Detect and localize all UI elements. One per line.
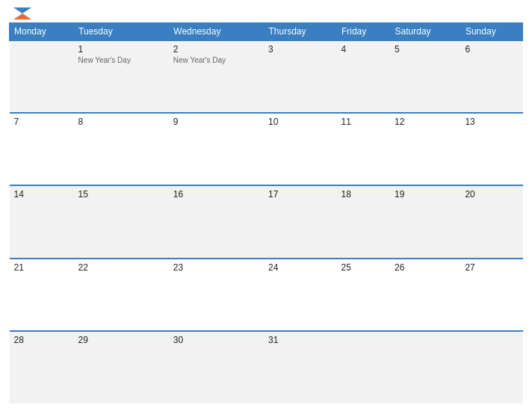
day-number: 26 (395, 262, 456, 273)
day-number: 25 (341, 262, 386, 273)
calendar-header: MondayTuesdayWednesdayThursdayFridaySatu… (10, 23, 523, 41)
day-header-friday: Friday (336, 23, 390, 41)
calendar-week-3: 14151617181920 (10, 185, 523, 258)
day-number: 30 (173, 335, 259, 345)
day-number: 10 (268, 117, 332, 127)
day-number: 1 (78, 44, 164, 55)
day-number: 7 (14, 117, 69, 127)
day-header-wednesday: Wednesday (169, 23, 264, 41)
calendar-cell: 8 (74, 113, 169, 185)
calendar-cell: 15 (74, 185, 169, 258)
calendar-cell: 22 (74, 259, 169, 331)
day-number: 19 (395, 189, 456, 200)
calendar-cell: 25 (336, 259, 390, 331)
day-number: 8 (78, 117, 164, 127)
day-number: 6 (465, 44, 518, 55)
day-number: 4 (341, 44, 386, 55)
day-header-saturday: Saturday (390, 23, 460, 41)
header-row: MondayTuesdayWednesdayThursdayFridaySatu… (10, 23, 523, 41)
day-number: 24 (268, 262, 332, 273)
day-number: 22 (78, 262, 164, 273)
day-header-tuesday: Tuesday (74, 23, 169, 41)
calendar-cell: 24 (264, 259, 336, 331)
calendar-cell: 31 (264, 331, 336, 404)
calendar-cell: 12 (390, 113, 460, 185)
day-number: 5 (395, 44, 456, 55)
calendar-cell: 16 (169, 185, 264, 258)
day-number: 15 (78, 189, 164, 200)
day-number: 16 (173, 189, 259, 200)
holiday-name: New Year's Day (173, 56, 259, 64)
day-number: 27 (465, 262, 518, 273)
day-number: 2 (173, 44, 259, 55)
calendar-cell: 5 (390, 40, 460, 113)
day-header-monday: Monday (10, 23, 74, 41)
day-number: 23 (173, 262, 259, 273)
calendar-cell: 13 (460, 113, 522, 185)
calendar-cell: 26 (390, 259, 460, 331)
day-number: 3 (268, 44, 332, 55)
day-number: 9 (173, 117, 259, 127)
header (9, 7, 523, 19)
calendar-cell: 7 (10, 113, 74, 185)
calendar-cell: 4 (336, 40, 390, 113)
calendar-cell (336, 331, 390, 404)
calendar-cell: 1New Year's Day (74, 40, 169, 113)
day-header-thursday: Thursday (264, 23, 336, 41)
calendar-week-2: 78910111213 (10, 113, 523, 185)
calendar-cell: 11 (336, 113, 390, 185)
calendar-week-1: 1New Year's Day2New Year's Day3456 (10, 40, 523, 113)
calendar-cell: 23 (169, 259, 264, 331)
day-number: 31 (268, 335, 332, 345)
logo (9, 7, 31, 19)
day-number: 20 (465, 189, 518, 200)
calendar-cell: 20 (460, 185, 522, 258)
calendar-cell: 30 (169, 331, 264, 404)
calendar-cell: 27 (460, 259, 522, 331)
day-number: 29 (78, 335, 164, 345)
day-number: 18 (341, 189, 386, 200)
day-number: 14 (14, 189, 69, 200)
calendar-cell: 2New Year's Day (169, 40, 264, 113)
calendar-cell: 17 (264, 185, 336, 258)
calendar-cell (10, 40, 74, 113)
calendar-cell: 19 (390, 185, 460, 258)
calendar-cell: 10 (264, 113, 336, 185)
calendar-week-5: 28293031 (10, 331, 523, 404)
day-number: 28 (14, 335, 69, 345)
calendar-cell (390, 331, 460, 404)
calendar-table: MondayTuesdayWednesdayThursdayFridaySatu… (9, 22, 523, 404)
calendar-cell: 9 (169, 113, 264, 185)
country-name (471, 7, 523, 9)
logo-flag-icon (13, 7, 31, 19)
holiday-name: New Year's Day (78, 56, 164, 64)
day-number: 13 (465, 117, 518, 127)
day-number: 17 (268, 189, 332, 200)
calendar-cell (460, 331, 522, 404)
day-number: 12 (395, 117, 456, 127)
calendar-cell: 29 (74, 331, 169, 404)
calendar-cell: 18 (336, 185, 390, 258)
calendar-cell: 6 (460, 40, 522, 113)
day-number: 11 (341, 117, 386, 127)
calendar-page: MondayTuesdayWednesdayThursdayFridaySatu… (0, 0, 532, 411)
calendar-cell: 14 (10, 185, 74, 258)
calendar-cell: 28 (10, 331, 74, 404)
calendar-body: 1New Year's Day2New Year's Day3456789101… (10, 40, 523, 404)
calendar-week-4: 21222324252627 (10, 259, 523, 331)
calendar-cell: 21 (10, 259, 74, 331)
day-header-sunday: Sunday (460, 23, 522, 41)
day-number: 21 (14, 262, 69, 273)
calendar-cell: 3 (264, 40, 336, 113)
